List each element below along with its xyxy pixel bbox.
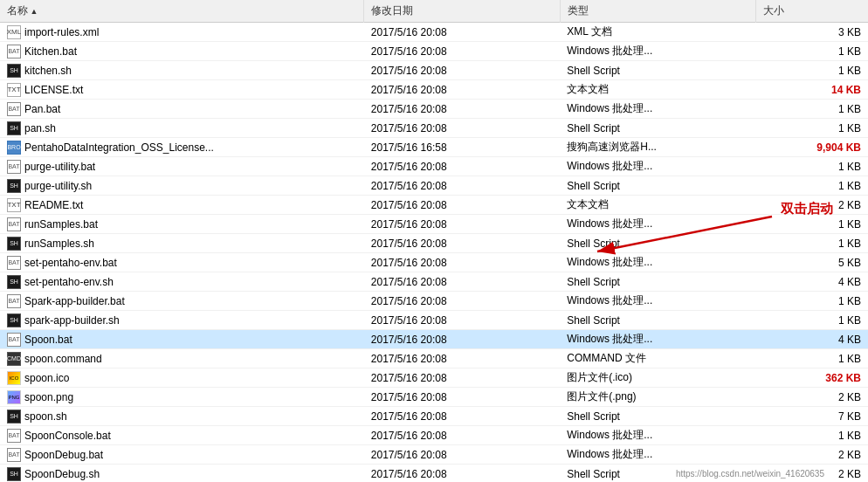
browser-icon: BRO — [7, 141, 21, 155]
file-name: set-pentaho-env.bat — [24, 257, 117, 269]
file-type: Windows 批处理... — [560, 426, 755, 445]
table-row[interactable]: BATrunSamples.bat2017/5/16 20:08Windows … — [0, 215, 868, 234]
file-date: 2017/5/16 20:08 — [364, 330, 560, 349]
table-row[interactable]: BATSpoon.bat2017/5/16 20:08Windows 批处理..… — [0, 330, 868, 349]
file-date: 2017/5/16 20:08 — [364, 426, 560, 445]
table-row[interactable]: XMLimport-rules.xml2017/5/16 20:08XML 文档… — [0, 23, 868, 42]
table-row[interactable]: SHpan.sh2017/5/16 20:08Shell Script1 KB — [0, 119, 868, 138]
table-row[interactable]: ICOspoon.ico2017/5/16 20:08图片文件(.ico)362… — [0, 368, 868, 388]
file-type: Shell Script — [560, 311, 755, 330]
col-header-date[interactable]: 修改日期 — [364, 0, 560, 23]
file-name-cell: PNGspoon.png — [0, 388, 364, 407]
file-name: spoon.sh — [24, 410, 67, 423]
file-size: 4 KB — [756, 330, 868, 349]
file-date: 2017/5/16 20:08 — [364, 23, 560, 42]
file-date: 2017/5/16 20:08 — [364, 445, 560, 465]
file-size: 1 KB — [756, 157, 868, 176]
file-type: Shell Script — [560, 407, 755, 426]
sh-icon: SH — [7, 467, 21, 481]
table-row[interactable]: BATpurge-utility.bat2017/5/16 20:08Windo… — [0, 157, 868, 176]
xml-icon: XML — [7, 25, 21, 39]
file-name-cell: SHkitchen.sh — [0, 61, 364, 80]
table-row[interactable]: CMDspoon.command2017/5/16 20:08COMMAND 文… — [0, 349, 868, 368]
table-row[interactable]: BATSpoonConsole.bat2017/5/16 20:08Window… — [0, 426, 868, 445]
file-name-cell: XMLimport-rules.xml — [0, 23, 364, 42]
bat-icon: BAT — [7, 160, 21, 174]
file-name: Spark-app-builder.bat — [24, 295, 125, 307]
file-size: 2 KB — [756, 388, 868, 407]
file-date: 2017/5/16 20:08 — [364, 234, 560, 253]
file-name: purge-utility.sh — [24, 180, 92, 192]
file-name-cell: TXTLICENSE.txt — [0, 80, 364, 100]
png-icon: PNG — [7, 390, 21, 404]
file-date: 2017/5/16 20:08 — [364, 388, 560, 407]
file-name: SpoonDebug.sh — [24, 468, 100, 480]
file-size: 1 KB — [756, 176, 868, 196]
file-date: 2017/5/16 20:08 — [364, 368, 560, 388]
table-row[interactable]: SHspoon.sh2017/5/16 20:08Shell Script7 K… — [0, 407, 868, 426]
file-date: 2017/5/16 20:08 — [364, 100, 560, 119]
file-name: README.txt — [24, 199, 83, 211]
watermark: https://blog.csdn.net/weixin_41620635 — [676, 469, 824, 479]
bat-icon: BAT — [7, 429, 21, 443]
file-type: 文本文档 — [560, 196, 755, 215]
table-row[interactable]: SHspark-app-builder.sh2017/5/16 20:08She… — [0, 311, 868, 330]
file-name: import-rules.xml — [24, 26, 99, 38]
file-type: Windows 批处理... — [560, 253, 755, 272]
file-date: 2017/5/16 20:08 — [364, 61, 560, 80]
sh-icon: SH — [7, 179, 21, 193]
table-row[interactable]: BATPan.bat2017/5/16 20:08Windows 批处理...1… — [0, 100, 868, 119]
file-name: runSamples.sh — [24, 238, 94, 250]
table-row[interactable]: SHpurge-utility.sh2017/5/16 20:08Shell S… — [0, 176, 868, 196]
bat-icon: BAT — [7, 294, 21, 308]
file-name-cell: ICOspoon.ico — [0, 368, 364, 388]
table-row[interactable]: SHkitchen.sh2017/5/16 20:08Shell Script1… — [0, 61, 868, 80]
table-row[interactable]: SHrunSamples.sh2017/5/16 20:08Shell Scri… — [0, 234, 868, 253]
file-name-cell: BATSpark-app-builder.bat — [0, 292, 364, 311]
file-size: 1 KB — [756, 100, 868, 119]
file-explorer: 名称 修改日期 类型 大小 XMLimport-rules.xml2017/5/… — [0, 0, 868, 482]
file-name-cell: BATset-pentaho-env.bat — [0, 253, 364, 272]
file-type: Shell Script — [560, 272, 755, 292]
table-row[interactable]: TXTLICENSE.txt2017/5/16 20:08文本文档14 KB — [0, 80, 868, 100]
col-header-size[interactable]: 大小 — [756, 0, 868, 23]
file-date: 2017/5/16 20:08 — [364, 292, 560, 311]
file-name: pan.sh — [24, 122, 56, 134]
file-name-cell: BATKitchen.bat — [0, 42, 364, 61]
file-name: SpoonDebug.bat — [24, 449, 103, 461]
file-name-cell: SHrunSamples.sh — [0, 234, 364, 253]
col-header-name[interactable]: 名称 — [0, 0, 364, 23]
file-size: 3 KB — [756, 23, 868, 42]
bat-icon: BAT — [7, 45, 21, 59]
file-name-cell: BATSpoonConsole.bat — [0, 426, 364, 445]
col-header-type[interactable]: 类型 — [560, 0, 755, 23]
table-row[interactable]: BATSpark-app-builder.bat2017/5/16 20:08W… — [0, 292, 868, 311]
file-table: 名称 修改日期 类型 大小 XMLimport-rules.xml2017/5/… — [0, 0, 868, 482]
file-type: Shell Script — [560, 176, 755, 196]
file-size: 14 KB — [756, 80, 868, 100]
table-row[interactable]: SHset-pentaho-env.sh2017/5/16 20:08Shell… — [0, 272, 868, 292]
sh-icon: SH — [7, 275, 21, 289]
sh-icon: SH — [7, 121, 21, 135]
file-name-cell: SHSpoonDebug.sh — [0, 465, 364, 483]
file-type: Shell Script — [560, 234, 755, 253]
file-type: 搜狗高速浏览器H... — [560, 138, 755, 157]
file-date: 2017/5/16 20:08 — [364, 407, 560, 426]
table-row[interactable]: TXTREADME.txt2017/5/16 20:08文本文档2 KB — [0, 196, 868, 215]
file-size: 2 KB — [756, 445, 868, 465]
file-name: SpoonConsole.bat — [24, 430, 111, 442]
txt-icon: TXT — [7, 198, 21, 212]
table-row[interactable]: BATSpoonDebug.bat2017/5/16 20:08Windows … — [0, 445, 868, 465]
file-name: Pan.bat — [24, 103, 60, 115]
table-row[interactable]: BROPentahoDataIntegration_OSS_License...… — [0, 138, 868, 157]
file-list-wrapper[interactable]: 名称 修改日期 类型 大小 XMLimport-rules.xml2017/5/… — [0, 0, 868, 482]
cmd-icon: CMD — [7, 352, 21, 366]
sh-icon: SH — [7, 313, 21, 327]
file-date: 2017/5/16 16:58 — [364, 138, 560, 157]
table-row[interactable]: BATset-pentaho-env.bat2017/5/16 20:08Win… — [0, 253, 868, 272]
file-size: 1 KB — [756, 292, 868, 311]
file-name-cell: BATSpoonDebug.bat — [0, 445, 364, 465]
file-type: Shell Script — [560, 61, 755, 80]
table-row[interactable]: PNGspoon.png2017/5/16 20:08图片文件(.png)2 K… — [0, 388, 868, 407]
table-row[interactable]: BATKitchen.bat2017/5/16 20:08Windows 批处理… — [0, 42, 868, 61]
